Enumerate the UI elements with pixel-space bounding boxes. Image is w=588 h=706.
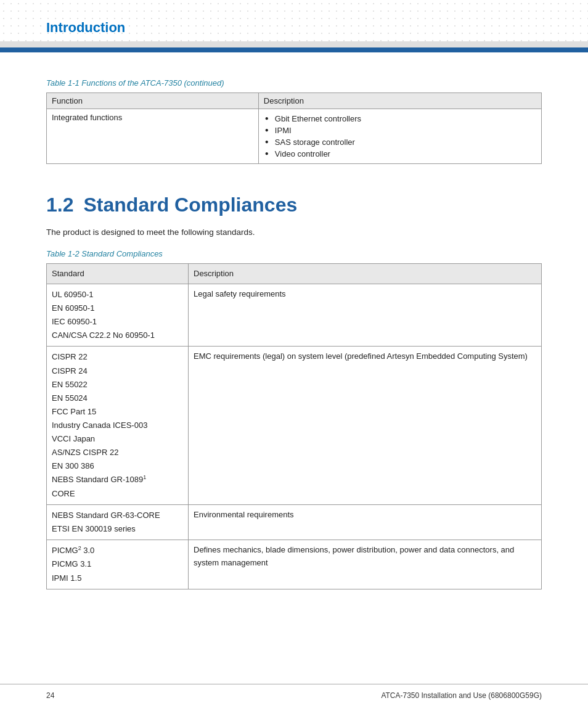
header-gray-bar (0, 41, 588, 47)
superscript-2: 2 (78, 545, 81, 551)
table2-row3-standard: NEBS Standard GR-63-CORE ETSI EN 300019 … (47, 504, 189, 540)
list-item: Video controller (264, 148, 536, 160)
table-row: Integrated functions Gbit Ethernet contr… (47, 109, 542, 164)
page-footer: 24 ATCA-7350 Installation and Use (68068… (0, 684, 588, 706)
section-title: Standard Compliances (83, 194, 297, 216)
table-row: UL 60950-1 EN 60950-1 IEC 60950-1 CAN/CS… (47, 284, 542, 347)
table2-row4-standard: PICMG2 3.0 PICMG 3.1 IPMI 1.5 (47, 540, 189, 589)
table1-row1-function: Integrated functions (47, 109, 259, 164)
table1: Function Description Integrated function… (46, 92, 542, 164)
table2-row2-standard: CISPR 22 CISPR 24 EN 55022 EN 55024 FCC … (47, 347, 189, 504)
table-row: NEBS Standard GR-63-CORE ETSI EN 300019 … (47, 504, 542, 540)
footer-document: ATCA-7350 Installation and Use (6806800G… (381, 691, 542, 700)
header-blue-bar (0, 47, 588, 52)
table-row: CISPR 22 CISPR 24 EN 55022 EN 55024 FCC … (47, 347, 542, 504)
table2-col-description: Description (189, 264, 542, 284)
table2: Standard Description UL 60950-1 EN 60950… (46, 263, 542, 589)
table1-col-function: Function (47, 93, 259, 109)
superscript-1: 1 (143, 474, 146, 480)
section-intro: The product is designed to meet the foll… (46, 228, 542, 237)
footer-page-number: 24 (46, 691, 54, 700)
table2-row3-description: Environmental requirements (189, 504, 542, 540)
table1-col-description: Description (258, 93, 541, 109)
table1-caption: Table 1-1 Functions of the ATCA-7350 (co… (46, 78, 542, 88)
section-heading: 1.2 Standard Compliances (46, 181, 542, 220)
bullet-list: Gbit Ethernet controllers IPMI SAS stora… (264, 113, 536, 160)
table-row: PICMG2 3.0 PICMG 3.1 IPMI 1.5 Defines me… (47, 540, 542, 589)
table2-row4-description: Defines mechanics, blade dimensions, pow… (189, 540, 542, 589)
table2-row1-description: Legal safety requirements (189, 284, 542, 347)
list-item: Gbit Ethernet controllers (264, 113, 536, 125)
table2-row1-standard: UL 60950-1 EN 60950-1 IEC 60950-1 CAN/CS… (47, 284, 189, 347)
page-header: Introduction (0, 0, 588, 52)
list-item: SAS storage controller (264, 136, 536, 148)
table2-row2-description: EMC requirements (legal) on system level… (189, 347, 542, 504)
section-number: 1.2 (46, 194, 73, 216)
list-item: IPMI (264, 125, 536, 136)
table2-col-standard: Standard (47, 264, 189, 284)
page-title: Introduction (46, 20, 125, 36)
table2-caption: Table 1-2 Standard Compliances (46, 249, 542, 258)
table1-row1-description: Gbit Ethernet controllers IPMI SAS stora… (258, 109, 541, 164)
main-content: Table 1-1 Functions of the ATCA-7350 (co… (0, 52, 588, 631)
